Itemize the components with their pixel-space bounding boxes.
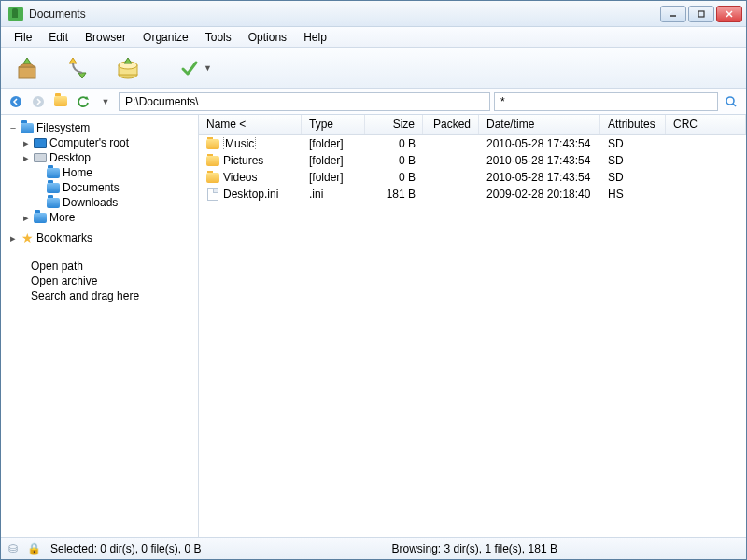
cell-date: 2009-02-28 20:18:40 xyxy=(479,188,600,201)
folder-icon xyxy=(206,139,219,149)
nav-history-dropdown[interactable]: ▼ xyxy=(96,92,115,111)
test-dropdown[interactable]: ▼ xyxy=(179,58,212,78)
menu-tools[interactable]: Tools xyxy=(198,29,239,46)
file-name: Music xyxy=(223,137,256,150)
svg-marker-7 xyxy=(69,58,77,63)
col-attr[interactable]: Attributes xyxy=(600,115,666,134)
tree-more[interactable]: ▸More xyxy=(5,210,194,225)
status-browsing: Browsing: 3 dir(s), 1 file(s), 181 B xyxy=(392,542,557,555)
col-size[interactable]: Size xyxy=(365,115,423,134)
cell-attr: HS xyxy=(600,188,666,201)
folder-icon xyxy=(47,168,60,178)
tree-downloads[interactable]: Downloads xyxy=(5,195,194,210)
convert-button[interactable] xyxy=(61,51,94,85)
cell-type: [folder] xyxy=(302,154,365,167)
tree-label: Documents xyxy=(63,181,120,194)
cell-date: 2010-05-28 17:43:54 xyxy=(479,171,600,184)
col-date[interactable]: Date/time xyxy=(479,115,600,134)
extract-button[interactable] xyxy=(10,51,44,85)
cell-attr: SD xyxy=(600,154,666,167)
menu-browser[interactable]: Browser xyxy=(78,29,134,46)
tree-label: Home xyxy=(63,166,92,179)
file-name: Videos xyxy=(223,171,257,184)
folder-icon xyxy=(34,213,47,223)
menu-help[interactable]: Help xyxy=(296,29,334,46)
filter-text: * xyxy=(500,95,505,108)
close-button[interactable] xyxy=(716,6,742,22)
file-row[interactable]: Videos[folder]0 B2010-05-28 17:43:54SD xyxy=(199,169,746,186)
search-button[interactable] xyxy=(722,92,740,111)
cell-attr: SD xyxy=(600,137,666,150)
tree-label: Bookmarks xyxy=(36,231,92,245)
body: −Filesystem ▸Computer's root ▸Desktop Ho… xyxy=(1,115,746,537)
status-selected: Selected: 0 dir(s), 0 file(s), 0 B xyxy=(50,542,201,555)
svg-point-13 xyxy=(10,96,21,107)
svg-point-16 xyxy=(726,97,734,105)
svg-marker-12 xyxy=(124,58,132,63)
cell-date: 2010-05-28 17:43:54 xyxy=(479,137,600,150)
menu-organize[interactable]: Organize xyxy=(135,29,196,46)
star-icon: ★ xyxy=(21,231,34,245)
add-archive-button[interactable] xyxy=(111,51,145,85)
tree-filesystem[interactable]: −Filesystem xyxy=(5,120,194,135)
nav-up-button[interactable] xyxy=(51,92,70,111)
menu-edit[interactable]: Edit xyxy=(41,29,76,46)
tree-bookmarks[interactable]: ▸★Bookmarks xyxy=(5,231,194,245)
col-crc[interactable]: CRC xyxy=(666,115,746,134)
folder-icon xyxy=(54,96,67,106)
toolbar-separator xyxy=(162,52,162,84)
filter-input[interactable]: * xyxy=(494,92,718,111)
chevron-down-icon: ▼ xyxy=(204,63,212,73)
cell-size: 0 B xyxy=(365,154,423,167)
column-headers: Name < Type Size Packed Date/time Attrib… xyxy=(199,115,746,135)
cell-type: .ini xyxy=(302,188,365,201)
nav-back-button[interactable] xyxy=(7,92,25,111)
sidebar: −Filesystem ▸Computer's root ▸Desktop Ho… xyxy=(1,115,199,537)
menu-options[interactable]: Options xyxy=(241,29,294,46)
folder-icon xyxy=(206,173,219,183)
svg-rect-4 xyxy=(19,67,35,78)
file-row[interactable]: Music[folder]0 B2010-05-28 17:43:54SD xyxy=(199,135,746,152)
folder-icon xyxy=(21,123,34,133)
tree-label: Filesystem xyxy=(36,121,90,134)
folder-icon xyxy=(47,198,60,208)
file-list[interactable]: Music[folder]0 B2010-05-28 17:43:54SDPic… xyxy=(199,135,746,537)
svg-point-14 xyxy=(33,96,44,107)
disk-icon: ⛁ xyxy=(8,542,18,555)
action-open-path[interactable]: Open path xyxy=(31,259,194,273)
tree-desktop[interactable]: ▸Desktop xyxy=(5,150,194,165)
cell-type: [folder] xyxy=(302,171,365,184)
tree-label: Computer's root xyxy=(49,136,129,149)
svg-line-17 xyxy=(733,104,736,106)
file-icon xyxy=(207,188,218,201)
file-row[interactable]: Desktop.ini.ini181 B2009-02-28 20:18:40H… xyxy=(199,186,746,203)
cell-name: Videos xyxy=(199,171,302,184)
lock-icon: 🔒 xyxy=(27,542,41,555)
cell-size: 0 B xyxy=(365,137,423,150)
cell-date: 2010-05-28 17:43:54 xyxy=(479,154,600,167)
action-open-archive[interactable]: Open archive xyxy=(31,273,194,288)
svg-marker-6 xyxy=(23,58,31,63)
tree-home[interactable]: Home xyxy=(5,165,194,180)
action-search-drag[interactable]: Search and drag here xyxy=(31,288,194,303)
app-window: Documents File Edit Browser Organize Too… xyxy=(0,0,747,560)
cell-size: 181 B xyxy=(365,188,423,201)
tree-computers-root[interactable]: ▸Computer's root xyxy=(5,135,194,150)
navbar: ▼ P:\Documents\ * xyxy=(1,89,746,115)
nav-refresh-button[interactable] xyxy=(74,92,92,111)
drive-icon xyxy=(34,153,47,162)
col-packed[interactable]: Packed xyxy=(423,115,479,134)
file-row[interactable]: Pictures[folder]0 B2010-05-28 17:43:54SD xyxy=(199,152,746,169)
menu-file[interactable]: File xyxy=(7,29,39,46)
path-text: P:\Documents\ xyxy=(125,95,199,108)
path-input[interactable]: P:\Documents\ xyxy=(119,92,490,111)
cell-size: 0 B xyxy=(365,171,423,184)
minimize-button[interactable] xyxy=(660,6,686,22)
col-type[interactable]: Type xyxy=(302,115,365,134)
maximize-button[interactable] xyxy=(688,6,714,22)
col-name[interactable]: Name < xyxy=(199,115,302,134)
svg-rect-1 xyxy=(698,11,704,17)
monitor-icon xyxy=(34,138,47,148)
nav-forward-button[interactable] xyxy=(29,92,48,111)
tree-documents[interactable]: Documents xyxy=(5,180,194,195)
